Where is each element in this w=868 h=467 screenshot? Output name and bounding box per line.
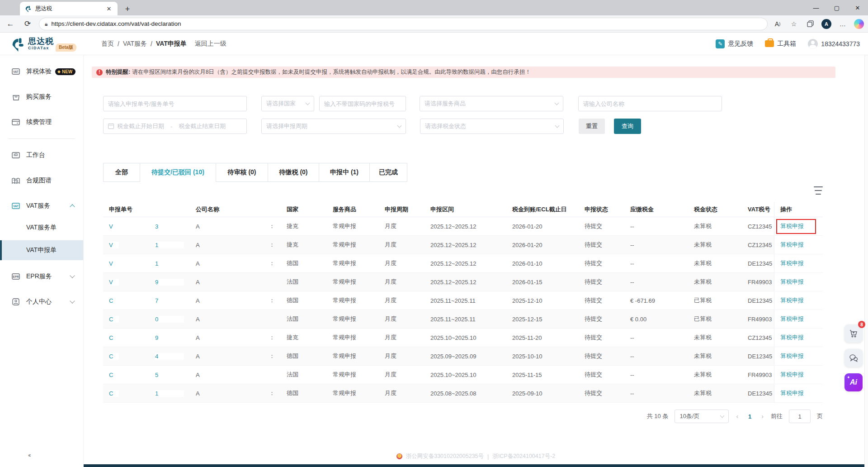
toolbox-button[interactable]: 工具箱 — [765, 40, 796, 48]
sidebar-subitem[interactable]: VAT服务单 — [0, 218, 83, 238]
filter-input[interactable] — [108, 100, 242, 107]
cell-declaration-no[interactable]: C 1 — [103, 384, 190, 402]
url-text[interactable]: https://client-dev.cidatax.com/vat/vat-d… — [51, 20, 181, 27]
sidebar-item[interactable]: VAT 算税体验◆NEW — [0, 62, 83, 81]
calc-declare-link[interactable]: 算税申报 — [780, 371, 804, 379]
cell-declaration-no[interactable]: C 0 — [103, 310, 190, 328]
filter-input[interactable] — [319, 96, 406, 111]
filter-select[interactable]: 请选择服务商品 — [420, 96, 563, 111]
browser-menu-icon[interactable]: … — [836, 18, 849, 30]
sidebar-item[interactable]: EPR EPR服务 — [0, 267, 83, 286]
calc-declare-link[interactable]: 算税申报 — [780, 389, 804, 397]
cell-product: 常规申报 — [327, 347, 379, 365]
cell-cycle: 月度 — [379, 291, 425, 310]
lock-icon: 🔒︎ — [45, 21, 47, 27]
cell-declaration-no[interactable]: V 1 — [103, 236, 190, 254]
date-range-picker[interactable]: 税金截止开始日期 - 税金截止结束日期 — [103, 119, 247, 134]
sidebar-item[interactable]: 工作台 — [0, 146, 83, 164]
cart-button[interactable]: 8 — [844, 324, 863, 343]
calc-declare-link[interactable]: 算税申报 — [780, 352, 804, 360]
browser-profile-avatar[interactable]: A — [820, 18, 833, 30]
calc-declare-link[interactable]: 算税申报 — [780, 241, 804, 249]
tab-item[interactable]: 待缴税 (0) — [268, 163, 319, 182]
breadcrumb-item[interactable]: VAT申报单 — [156, 40, 187, 48]
read-aloud-icon[interactable]: A) — [771, 18, 784, 30]
filter-input[interactable] — [578, 96, 722, 111]
copilot-icon[interactable] — [853, 18, 865, 30]
calc-declare-link[interactable]: 算税申报 — [780, 296, 804, 305]
cell-country: 德国 — [281, 384, 327, 402]
cell-vat-no: FR49903 — [742, 366, 774, 384]
filter-input[interactable] — [324, 100, 401, 107]
cell-action: 算税申报 — [774, 310, 823, 328]
chat-button[interactable] — [844, 349, 863, 367]
sidebar-subitem[interactable]: VAT申报单 — [0, 240, 83, 260]
cell-tax-amount: € -671.69 — [624, 291, 688, 310]
next-page-button[interactable]: › — [760, 413, 764, 420]
search-button[interactable]: 查询 — [614, 119, 641, 134]
refresh-button[interactable]: ⟳ — [21, 17, 34, 31]
cell-declaration-no[interactable]: C 5 — [103, 366, 190, 384]
calc-declare-link[interactable]: 算税申报 — [780, 334, 804, 342]
prev-page-button[interactable]: ‹ — [735, 413, 739, 420]
page-size-select[interactable]: 10条/页 — [675, 410, 729, 423]
back-to-parent-link[interactable]: 返回上一级 — [195, 40, 226, 48]
cell-action: 算税申报 — [774, 273, 823, 291]
tab-active[interactable]: 待提交/已驳回 (10) — [140, 163, 216, 182]
sidebar-item[interactable]: 续费管理 — [0, 113, 83, 131]
cell-declaration-no[interactable]: V 3 — [103, 217, 190, 235]
goto-page-input[interactable] — [789, 410, 811, 423]
cell-product: 常规申报 — [327, 366, 379, 384]
sidebar-item[interactable]: 合规图谱 — [0, 172, 83, 190]
sidebar-collapse-icon[interactable]: ‹‹ — [28, 452, 38, 459]
cell-declaration-no[interactable]: V 1 — [103, 254, 190, 272]
tab-item[interactable]: 已完成 — [370, 163, 407, 182]
calc-declare-link[interactable]: 算税申报 — [780, 278, 804, 286]
cell-status: 待提交 — [579, 310, 624, 328]
police-record[interactable]: 浙公网安备33010202005235号 — [406, 453, 484, 460]
declaration-no-fragment: V — [109, 242, 119, 248]
cell-declaration-no[interactable]: C 4 — [103, 347, 190, 365]
browser-tab[interactable]: 思达税 ✕ — [20, 2, 118, 15]
collections-icon[interactable] — [804, 18, 816, 30]
calc-declare-link[interactable]: 算税申报 — [780, 315, 804, 323]
cell-declaration-no[interactable]: C 9 — [103, 329, 190, 347]
address-bar[interactable]: 🔒︎ https://client-dev.cidatax.com/vat/va… — [39, 18, 768, 30]
scrollbar[interactable] — [864, 55, 868, 467]
column-settings-icon[interactable] — [814, 186, 823, 195]
tab-item[interactable]: 待审核 (0) — [216, 163, 268, 182]
current-page[interactable]: 1 — [745, 413, 754, 420]
tab-item[interactable]: 全部 — [103, 163, 140, 182]
cell-declaration-no[interactable]: V 9 — [103, 273, 190, 291]
filter-input[interactable] — [103, 96, 247, 111]
window-close-button[interactable]: ✕ — [847, 0, 868, 15]
logo[interactable]: 思达税 CiDATax Beta版 — [10, 36, 90, 52]
favorite-star-icon[interactable]: ☆ — [788, 18, 800, 30]
icp-record[interactable]: 浙ICP备2024100417号-2 — [492, 453, 555, 460]
account-menu[interactable]: 18324433773 — [808, 39, 860, 49]
sidebar-item[interactable]: 个人中心 — [0, 293, 83, 311]
ai-assistant-button[interactable]: ✦ Ai — [844, 373, 863, 391]
filter-select[interactable]: 请选择申报周期 — [261, 119, 406, 134]
tab-item[interactable]: 申报中 (1) — [319, 163, 370, 182]
cell-cycle: 月度 — [379, 254, 425, 272]
tab-close-icon[interactable]: ✕ — [105, 5, 113, 12]
window-minimize-button[interactable]: — — [806, 0, 826, 15]
cell-deadline: 2026-01-20 — [506, 236, 579, 254]
sidebar-item[interactable]: 购买服务 — [0, 88, 83, 106]
sidebar-item[interactable]: VAT VAT服务 — [0, 197, 83, 215]
svg-text:VAT: VAT — [13, 205, 19, 208]
cell-declaration-no[interactable]: C 7 — [103, 291, 190, 310]
breadcrumb-item[interactable]: 首页 — [101, 40, 114, 48]
window-maximize-button[interactable]: ▢ — [826, 0, 847, 15]
reset-button[interactable]: 重置 — [579, 119, 605, 134]
breadcrumb-item[interactable]: VAT服务 — [123, 40, 147, 48]
feedback-button[interactable]: ✎ 意见反馈 — [716, 39, 753, 48]
new-tab-button[interactable]: + — [121, 3, 134, 15]
back-button[interactable]: ← — [4, 17, 17, 31]
calc-declare-link[interactable]: 算税申报 — [780, 259, 804, 267]
filter-select[interactable]: 请选择税金状态 — [420, 119, 564, 134]
filter-select[interactable]: 请选择国家 — [261, 96, 314, 111]
cidatax-favicon — [24, 5, 32, 12]
filter-input[interactable] — [583, 100, 717, 107]
